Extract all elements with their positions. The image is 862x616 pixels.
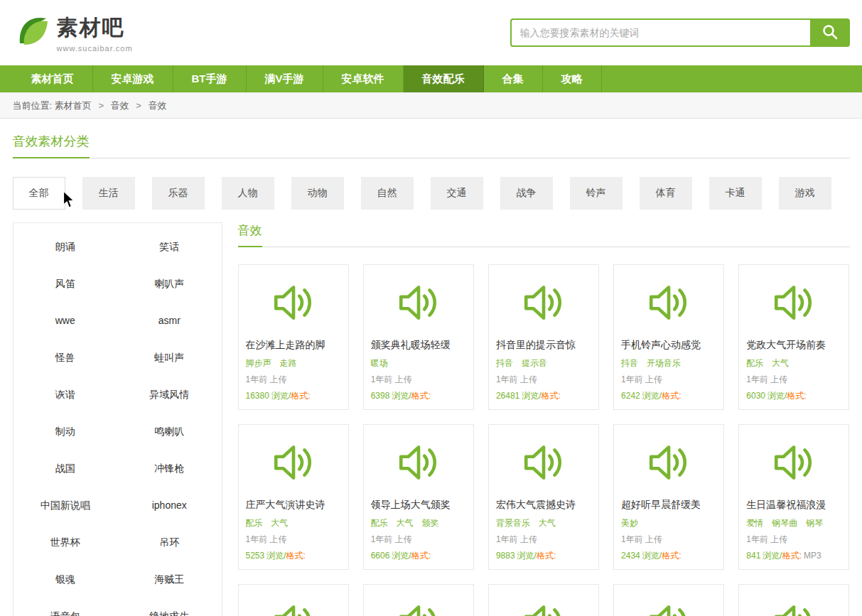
filter-game[interactable]: 游戏 — [779, 177, 831, 210]
sound-tag[interactable]: 走路 — [280, 357, 297, 369]
filter-traffic[interactable]: 交通 — [431, 177, 483, 210]
side-tag[interactable]: 怪兽 — [55, 339, 75, 376]
filter-people[interactable]: 人物 — [222, 177, 274, 210]
side-tag[interactable]: 吊环 — [159, 524, 179, 561]
views-count: 16380 — [246, 391, 269, 401]
sound-tag[interactable]: 暖场 — [371, 357, 388, 369]
side-tag[interactable]: 笑话 — [159, 228, 179, 265]
sound-card[interactable]: 庄严大气演讲史诗 配乐 大气 1年前 上传 5253浏览/格式: — [238, 424, 349, 570]
main-nav: 素材首页 安卓游戏 BT手游 满V手游 安卓软件 音效配乐 合集 攻略 — [0, 65, 862, 92]
nav-item-home[interactable]: 素材首页 — [13, 65, 93, 92]
sound-tag[interactable]: 抖音 — [621, 357, 638, 369]
side-tag[interactable]: 风笛 — [55, 265, 75, 302]
filter-war[interactable]: 战争 — [500, 177, 553, 210]
sound-card[interactable]: 超好听早晨舒缓美 美妙 1年前 上传 2434浏览/格式: — [613, 424, 724, 570]
sound-title[interactable]: 领导上场大气颁奖 — [371, 499, 466, 512]
sound-title[interactable]: 超好听早晨舒缓美 — [621, 499, 716, 512]
sound-tag[interactable]: 背景音乐 — [496, 517, 530, 529]
filter-all[interactable]: 全部 — [13, 177, 65, 210]
side-tag[interactable]: 绝地求生 — [149, 598, 189, 616]
sound-tag[interactable]: 提示音 — [522, 357, 547, 369]
side-tag[interactable]: 战国 — [55, 450, 75, 487]
nav-item-android-software[interactable]: 安卓软件 — [323, 65, 404, 92]
nav-item-guides[interactable]: 攻略 — [543, 65, 602, 92]
sound-title[interactable]: 手机铃声心动感觉 — [621, 339, 716, 352]
side-tag[interactable]: 世界杯 — [50, 524, 80, 561]
side-tag[interactable]: 银魂 — [55, 561, 75, 598]
sound-title[interactable]: 在沙滩上走路的脚 — [246, 339, 341, 352]
sound-tag[interactable]: 爱情 — [746, 517, 763, 529]
filter-life[interactable]: 生活 — [82, 177, 135, 210]
search-input[interactable] — [510, 18, 810, 47]
side-tag[interactable]: wwe — [55, 302, 75, 339]
nav-item-bt-games[interactable]: BT手游 — [173, 65, 247, 92]
sound-tag[interactable]: 配乐 — [371, 517, 388, 529]
side-tag[interactable]: 诙谐 — [55, 376, 75, 413]
sound-title[interactable]: 抖音里的提示音惊 — [496, 339, 591, 352]
main-area: 朗诵 笑话 风笛 喇叭声 wwe asmr 怪兽 蛙叫声 诙谐 异域风情 制动 … — [13, 222, 850, 616]
sound-card[interactable]: 宏伟大气震撼史诗 背景音乐 大气 1年前 上传 9883浏览/格式: — [488, 424, 599, 570]
side-tag[interactable]: 制动 — [55, 413, 75, 450]
breadcrumb-separator: > — [98, 100, 104, 111]
sound-tag[interactable]: 大气 — [539, 517, 556, 529]
sound-tag[interactable]: 大气 — [772, 357, 789, 369]
sound-tag[interactable]: 开场音乐 — [647, 357, 681, 369]
sound-card[interactable]: 生日温馨祝福浪漫 爱情 钢琴曲 钢琴 1年前 上传 841浏览/格式:MP3 — [738, 424, 849, 570]
side-tag[interactable]: iphonex — [152, 487, 187, 524]
sound-tag[interactable]: 美妙 — [621, 517, 638, 529]
nav-item-manv-games[interactable]: 满V手游 — [247, 65, 323, 92]
sound-card[interactable]: 领导上场大气颁奖 配乐 大气 颁奖 1年前 上传 6606浏览/格式: — [363, 424, 474, 570]
sound-tag[interactable]: 钢琴 — [806, 517, 823, 529]
side-tag[interactable]: 朗诵 — [55, 228, 75, 265]
sound-tags: 抖音 提示音 — [496, 357, 591, 369]
nav-item-sound-effects[interactable]: 音效配乐 — [404, 65, 484, 92]
filter-animal[interactable]: 动物 — [291, 177, 344, 210]
sound-card[interactable] — [738, 584, 849, 616]
sound-card[interactable] — [488, 584, 599, 616]
sound-card[interactable]: 手机铃声心动感觉 抖音 开场音乐 1年前 上传 6242浏览/格式: — [613, 264, 724, 410]
sound-title[interactable]: 庄严大气演讲史诗 — [246, 499, 341, 512]
sound-tag[interactable]: 钢琴曲 — [772, 517, 797, 529]
side-tag[interactable]: 中国新说唱 — [41, 487, 90, 524]
sound-tag[interactable]: 配乐 — [746, 357, 763, 369]
side-tag[interactable]: 鸣喇叭 — [154, 413, 184, 450]
sound-card[interactable]: 在沙滩上走路的脚 脚步声 走路 1年前 上传 16380浏览/格式: — [238, 264, 349, 410]
nav-item-android-games[interactable]: 安卓游戏 — [93, 65, 173, 92]
sound-card[interactable]: 抖音里的提示音惊 抖音 提示音 1年前 上传 26481浏览/格式: — [488, 264, 599, 410]
sound-card[interactable] — [613, 584, 724, 616]
logo-leaf-icon — [13, 12, 51, 53]
filter-instrument[interactable]: 乐器 — [152, 177, 205, 210]
side-tag[interactable]: 异域风情 — [149, 376, 189, 413]
side-tag[interactable]: 海贼王 — [154, 561, 184, 598]
sound-tag[interactable]: 颁奖 — [422, 517, 439, 529]
side-tag[interactable]: 喇叭声 — [154, 265, 184, 302]
nav-item-collections[interactable]: 合集 — [484, 65, 543, 92]
sound-title[interactable]: 生日温馨祝福浪漫 — [746, 499, 841, 512]
views-count: 6398 — [371, 391, 390, 401]
filter-cartoon[interactable]: 卡通 — [709, 177, 762, 210]
format-label: 格式: — [787, 391, 806, 401]
sound-title[interactable]: 颁奖典礼暖场轻缓 — [371, 339, 466, 352]
side-tag[interactable]: 冲锋枪 — [154, 450, 184, 487]
filter-sports[interactable]: 体育 — [640, 177, 692, 210]
search-button[interactable] — [810, 18, 850, 47]
filter-nature[interactable]: 自然 — [361, 177, 414, 210]
filter-ringtone[interactable]: 铃声 — [570, 177, 623, 210]
sound-tag[interactable]: 大气 — [271, 517, 289, 529]
sound-card[interactable] — [363, 584, 474, 616]
sound-title[interactable]: 党政大气开场前奏 — [746, 339, 841, 352]
sound-tag[interactable]: 大气 — [397, 517, 414, 529]
sound-tag[interactable]: 抖音 — [496, 357, 513, 369]
sound-card[interactable] — [238, 584, 349, 616]
side-tag[interactable]: 蛙叫声 — [154, 339, 184, 376]
side-tag[interactable]: asmr — [158, 302, 181, 339]
side-tag[interactable]: 语音包 — [50, 598, 80, 616]
sound-tag[interactable]: 脚步声 — [246, 357, 271, 369]
breadcrumb-home[interactable]: 素材首页 — [55, 100, 92, 111]
sound-card[interactable]: 颁奖典礼暖场轻缓 暖场 1年前 上传 6398浏览/格式: — [363, 264, 474, 410]
sound-title[interactable]: 宏伟大气震撼史诗 — [496, 499, 591, 512]
logo[interactable]: 素材吧 www.sucaibar.com — [13, 12, 133, 53]
sound-tag[interactable]: 配乐 — [246, 517, 263, 529]
sound-card[interactable]: 党政大气开场前奏 配乐 大气 1年前 上传 6030浏览/格式: — [738, 264, 849, 410]
breadcrumb-sound[interactable]: 音效 — [111, 100, 129, 111]
